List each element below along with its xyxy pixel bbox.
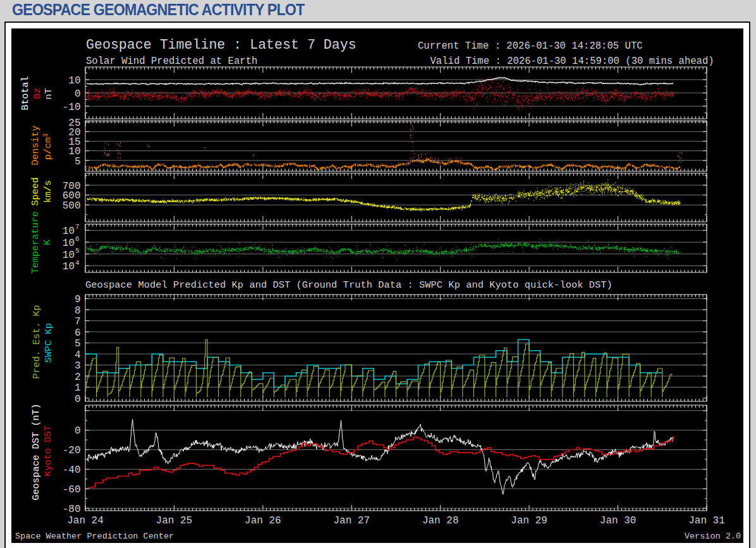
svg-text:Jan 24: Jan 24 bbox=[67, 515, 104, 527]
svg-text:Btotal: Btotal bbox=[20, 76, 31, 110]
svg-text:10: 10 bbox=[63, 238, 75, 249]
svg-text:Space Weather Prediction Cente: Space Weather Prediction Center bbox=[15, 532, 174, 541]
svg-text:7: 7 bbox=[75, 316, 81, 327]
svg-text:Current Time : 2026-01-30 14:2: Current Time : 2026-01-30 14:28:05 UTC bbox=[418, 40, 643, 52]
svg-text:2: 2 bbox=[75, 372, 81, 383]
svg-text:Jan 29: Jan 29 bbox=[511, 515, 547, 527]
svg-text:6: 6 bbox=[75, 327, 81, 339]
svg-text:Speed: Speed bbox=[30, 177, 41, 205]
svg-text:Solar Wind Predicted at Earth: Solar Wind Predicted at Earth bbox=[86, 56, 257, 67]
svg-text:7: 7 bbox=[75, 223, 80, 231]
svg-text:5: 5 bbox=[75, 156, 81, 167]
svg-text:Kyoto DST: Kyoto DST bbox=[43, 425, 54, 477]
svg-text:Jan 25: Jan 25 bbox=[156, 515, 193, 527]
svg-text:p/cm3: p/cm3 bbox=[42, 133, 54, 160]
svg-text:10: 10 bbox=[63, 226, 75, 237]
svg-text:Geospace Model Predicted Kp an: Geospace Model Predicted Kp and DST (Gro… bbox=[85, 279, 613, 291]
svg-text:3: 3 bbox=[75, 360, 81, 372]
svg-text:0: 0 bbox=[75, 394, 81, 405]
svg-text:Pred. Est. Kp: Pred. Est. Kp bbox=[32, 305, 42, 379]
svg-text:Bz: Bz bbox=[32, 88, 43, 99]
svg-text:1: 1 bbox=[75, 382, 81, 394]
svg-text:-60: -60 bbox=[63, 484, 81, 496]
svg-text:5: 5 bbox=[75, 247, 80, 255]
svg-text:Temperature: Temperature bbox=[30, 211, 41, 274]
svg-text:-10: -10 bbox=[63, 102, 81, 113]
svg-text:10: 10 bbox=[63, 261, 75, 272]
svg-text:nT: nT bbox=[44, 88, 54, 99]
svg-text:0: 0 bbox=[75, 88, 81, 100]
svg-text:4: 4 bbox=[75, 350, 81, 361]
svg-text:Density: Density bbox=[30, 125, 41, 165]
svg-text:Jan 30: Jan 30 bbox=[600, 515, 637, 527]
svg-text:km/s: km/s bbox=[43, 180, 54, 203]
svg-text:Jan 28: Jan 28 bbox=[422, 515, 459, 527]
svg-text:0: 0 bbox=[75, 425, 81, 437]
svg-text:Geospace DST (nT): Geospace DST (nT) bbox=[31, 403, 42, 500]
svg-text:5: 5 bbox=[75, 338, 81, 350]
svg-text:10: 10 bbox=[68, 75, 80, 87]
svg-text:Jan 27: Jan 27 bbox=[333, 515, 370, 527]
svg-text:-40: -40 bbox=[63, 465, 81, 476]
svg-text:-80: -80 bbox=[63, 504, 81, 515]
svg-text:Jan 31: Jan 31 bbox=[688, 515, 725, 527]
svg-text:Valid Time : 2026-01-30 14:59:: Valid Time : 2026-01-30 14:59:00 (30 min… bbox=[430, 56, 714, 67]
svg-text:6: 6 bbox=[75, 235, 80, 243]
svg-text:Geospace Timeline : Latest 7 D: Geospace Timeline : Latest 7 Days bbox=[86, 37, 357, 52]
svg-text:Version 2.0: Version 2.0 bbox=[685, 532, 741, 541]
svg-text:9: 9 bbox=[75, 294, 81, 305]
svg-text:10: 10 bbox=[63, 250, 75, 261]
svg-text:Jan 26: Jan 26 bbox=[245, 515, 281, 527]
svg-text:500: 500 bbox=[63, 200, 81, 212]
svg-text:8: 8 bbox=[75, 305, 81, 317]
svg-text:-20: -20 bbox=[63, 445, 81, 456]
svg-text:SWPC Kp: SWPC Kp bbox=[44, 323, 54, 363]
svg-text:4: 4 bbox=[75, 259, 80, 267]
svg-text:K: K bbox=[42, 240, 53, 245]
